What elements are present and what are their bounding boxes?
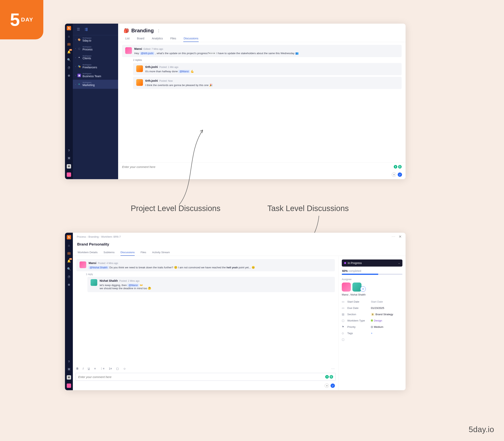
emoji-icon[interactable]: ☺ xyxy=(123,367,126,370)
briefcase-icon[interactable]: 💼 xyxy=(67,42,71,46)
assignee-avatar[interactable] xyxy=(342,283,351,292)
command-icon[interactable]: ⌘ xyxy=(67,367,71,371)
grammarly-badges: G xyxy=(325,375,333,378)
list-view-icon[interactable]: ☰ xyxy=(77,27,80,32)
bell-icon[interactable]: 🔔29 xyxy=(67,259,71,263)
workspace-item-5day[interactable]: ›🎨Workspace5day.io xyxy=(73,35,118,44)
replies-link[interactable]: 2 replies xyxy=(133,59,402,62)
workspace-item-business[interactable]: ›▣WorkspaceBusiness Team xyxy=(73,71,118,80)
workspace-avatar[interactable] xyxy=(67,173,71,177)
workspace-item-freelancers[interactable]: ›🎭WorkspaceFreelancers xyxy=(73,62,118,71)
bold-icon[interactable]: B xyxy=(76,367,78,370)
grammarly-icon[interactable]: G xyxy=(330,375,333,378)
mention[interactable]: @Mansi xyxy=(178,70,190,73)
message-reply[interactable]: tirth.joshi Posted: Now I think the over… xyxy=(133,77,402,89)
cancel-button[interactable]: ✕ xyxy=(392,173,396,177)
prop-start-date[interactable]: ▭Start DateStart Date xyxy=(342,299,402,305)
prop-due-date[interactable]: ▭Due Date01/23/2025 xyxy=(342,305,402,311)
reply-count[interactable]: 1 reply xyxy=(86,273,335,276)
close-icon[interactable]: ✕ xyxy=(399,235,402,239)
bullet-list-icon[interactable]: ⋮≡ xyxy=(100,367,104,370)
align-icon[interactable]: ≡ xyxy=(94,367,96,370)
cancel-button[interactable]: ✕ xyxy=(325,383,329,388)
numbered-list-icon[interactable]: 1≡ xyxy=(109,367,112,370)
grammarly-icon[interactable]: G xyxy=(398,165,402,169)
prop-section[interactable]: ▤SectionBBrand Strategy xyxy=(342,311,402,317)
italic-icon[interactable]: I xyxy=(83,367,83,370)
avatar xyxy=(136,65,143,72)
prop-type[interactable]: ▢Workitem TypeDesign xyxy=(342,317,402,324)
more-icon[interactable]: ⋮ xyxy=(157,29,160,33)
tab-discussions[interactable]: Discussions xyxy=(183,35,199,42)
more-icon[interactable]: ··· xyxy=(392,235,395,238)
comment-input[interactable] xyxy=(78,375,325,378)
search-icon[interactable]: 🔍 xyxy=(67,267,71,271)
progress-label: 60%completed xyxy=(342,269,402,272)
assignee-avatar[interactable] xyxy=(352,283,362,292)
tab-files[interactable]: Files xyxy=(141,249,146,256)
calendar-icon: ▭ xyxy=(342,306,345,310)
clock-icon[interactable]: ⏱ xyxy=(67,275,71,279)
tab-list[interactable]: List xyxy=(125,35,130,42)
underline-icon[interactable]: U xyxy=(88,367,90,370)
caption-task-level: Task Level Discussions xyxy=(267,204,349,213)
user-avatar[interactable]: M xyxy=(67,375,71,379)
tab-board[interactable]: Board xyxy=(137,35,145,42)
workspace-item-clients[interactable]: ›✦WorkspaceClients xyxy=(73,53,118,62)
brand-logo: 5 DAY xyxy=(0,0,43,39)
tree-view-icon[interactable]: ⇶ xyxy=(85,27,88,32)
clock-icon[interactable]: ⏱ xyxy=(67,66,71,70)
avatar xyxy=(79,261,86,268)
grammarly-badges: G xyxy=(394,165,402,169)
tab-files[interactable]: Files xyxy=(170,35,177,42)
project-tabs: List Board Analytics Files Discussions xyxy=(118,34,406,42)
workspace-avatar[interactable] xyxy=(67,383,71,388)
help-icon[interactable]: ? xyxy=(67,360,71,363)
prop-priority[interactable]: ⚑PriorityMedium xyxy=(342,324,402,330)
tab-subitems[interactable]: Subitems xyxy=(104,249,115,256)
mention[interactable]: @Mansi xyxy=(127,284,139,287)
project-icon: 🎒 xyxy=(124,28,129,33)
crumb[interactable]: Process xyxy=(77,235,86,238)
bell-icon[interactable]: 🔔29 xyxy=(67,50,71,54)
prop-tags[interactable]: ◇Tags+ xyxy=(342,330,402,336)
submit-button[interactable]: ✓ xyxy=(398,173,402,177)
flag-icon: ⚑ xyxy=(342,325,345,328)
home-icon[interactable]: ⌂ xyxy=(67,34,71,38)
task-properties: In Progress ⌄ 60%completed Assignee + Ma… xyxy=(339,256,406,390)
submit-button[interactable]: ✓ xyxy=(331,383,335,388)
grammarly-score-icon[interactable] xyxy=(394,165,397,169)
mention[interactable]: @Nishat Shaikh xyxy=(89,266,109,269)
message-reply[interactable]: Nishat Shaikh Posted: 2 Mins ago let's k… xyxy=(87,277,335,292)
mention[interactable]: @tirth.joshi xyxy=(140,52,155,55)
plus-icon[interactable]: ⊕ xyxy=(67,283,71,287)
tab-details[interactable]: Workitem Details xyxy=(78,249,98,256)
prop-extra[interactable]: ▢ xyxy=(342,336,402,343)
workspace-item-process[interactable]: ›◌WorkspaceProcess xyxy=(73,44,118,53)
search-icon[interactable]: 🔍 xyxy=(67,58,71,62)
comment-composer[interactable]: G xyxy=(76,373,336,381)
message[interactable]: Mansi Edited: 7 Mins ago Hey @tirth.josh… xyxy=(122,45,402,57)
user-avatar[interactable]: M xyxy=(67,164,71,169)
tab-discussions[interactable]: Discussions xyxy=(121,249,135,256)
command-icon[interactable]: ⌘ xyxy=(67,156,71,160)
help-icon[interactable]: ? xyxy=(67,148,71,152)
tab-analytics[interactable]: Analytics xyxy=(151,35,163,42)
message[interactable]: Mansi Posted: 4 Mins ago @Nishat Shaikh … xyxy=(76,259,335,271)
home-icon[interactable]: ⌂ xyxy=(67,243,71,247)
workspace-item-marketing[interactable]: ›✈WorkspaceMarketing xyxy=(73,80,118,89)
plus-icon[interactable]: ⊕ xyxy=(67,74,71,78)
message-reply[interactable]: tirth.joshi Posted: 1 Min ago It's more … xyxy=(133,63,402,75)
add-assignee-button[interactable]: + xyxy=(360,286,366,292)
grammarly-score-icon[interactable] xyxy=(325,375,329,378)
crumb[interactable]: WorkItem: BR6-7 xyxy=(101,235,121,238)
tab-activity[interactable]: Activity Stream xyxy=(152,249,170,256)
toolbar-more-icon[interactable]: ··· xyxy=(331,367,335,370)
status-dropdown[interactable]: In Progress ⌄ xyxy=(342,259,402,267)
comment-input[interactable] xyxy=(122,165,392,169)
rail-logo[interactable]: 5 xyxy=(67,26,71,30)
rail-logo[interactable]: 5 xyxy=(67,235,71,239)
briefcase-icon[interactable]: 💼 xyxy=(67,251,71,255)
crumb[interactable]: Branding xyxy=(88,235,99,238)
image-icon[interactable]: ▢ xyxy=(116,367,119,370)
